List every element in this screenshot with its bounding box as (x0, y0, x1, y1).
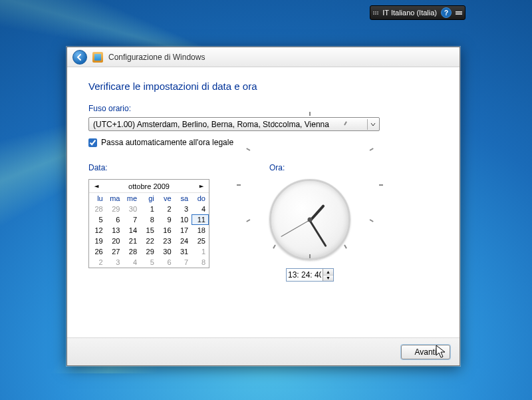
cal-day[interactable]: 28 (89, 204, 106, 214)
cal-day[interactable]: 6 (158, 257, 175, 268)
cal-dow-header: me (123, 193, 140, 204)
cal-day[interactable]: 29 (140, 246, 158, 257)
cal-day[interactable]: 21 (123, 236, 140, 246)
window-title: Configurazione di Windows (108, 53, 205, 62)
cal-day[interactable]: 4 (192, 204, 209, 214)
spinner-down-icon[interactable]: ▼ (323, 276, 333, 282)
cal-day[interactable]: 8 (192, 257, 209, 268)
cal-day[interactable]: 1 (192, 246, 209, 257)
cal-dow-header: sa (175, 193, 192, 204)
cal-day[interactable]: 7 (175, 257, 192, 268)
oobe-icon (92, 52, 103, 63)
cal-day[interactable]: 20 (106, 236, 124, 246)
cal-dow-header: lu (89, 193, 106, 204)
time-input-group[interactable]: ▲ ▼ (286, 268, 334, 282)
cal-day[interactable]: 30 (123, 204, 140, 214)
cal-day[interactable]: 12 (89, 225, 106, 236)
cal-day[interactable]: 22 (140, 236, 158, 246)
minute-hand (309, 220, 327, 248)
dst-label: Passa automaticamente all'ora legale (101, 138, 233, 147)
spinner-up-icon[interactable]: ▲ (323, 269, 333, 276)
analog-clock (269, 179, 350, 260)
cal-day[interactable]: 2 (158, 204, 175, 214)
cal-day[interactable]: 1 (140, 204, 158, 214)
date-label: Data: (88, 163, 209, 172)
calendar-grid: lumamegivesado 2829301234567891011121314… (89, 193, 209, 268)
cal-dow-header: do (192, 193, 209, 204)
time-spinner[interactable]: ▲ ▼ (323, 269, 333, 281)
cal-day[interactable]: 15 (140, 225, 158, 236)
cal-day[interactable]: 6 (106, 214, 124, 225)
language-bar[interactable]: IT Italiano (Italia) ? (370, 5, 466, 20)
cal-day[interactable]: 31 (175, 246, 192, 257)
cal-day[interactable]: 16 (158, 225, 175, 236)
cal-day[interactable]: 8 (140, 214, 158, 225)
cal-month-year[interactable]: ottobre 2009 (128, 182, 170, 190)
dst-checkbox[interactable] (88, 138, 97, 147)
cal-day[interactable]: 9 (158, 214, 175, 225)
cal-day[interactable]: 29 (106, 204, 124, 214)
help-icon[interactable]: ? (441, 7, 452, 18)
cal-dow-header: gi (140, 193, 158, 204)
clock-pin (308, 218, 313, 222)
back-arrow-icon (76, 53, 84, 61)
cal-day[interactable]: 2 (89, 257, 106, 268)
back-button[interactable] (72, 50, 87, 65)
cal-day[interactable]: 11 (192, 214, 209, 225)
page-heading: Verificare le impostazioni di data e ora (88, 81, 438, 92)
cal-day[interactable]: 27 (106, 246, 124, 257)
next-button[interactable]: Avanti (401, 345, 450, 359)
cal-day[interactable]: 13 (106, 225, 124, 236)
dst-checkbox-row[interactable]: Passa automaticamente all'ora legale (88, 138, 438, 147)
cal-day[interactable]: 24 (175, 236, 192, 246)
cal-dow-header: ma (106, 193, 124, 204)
time-label: Ora: (269, 163, 350, 172)
cal-dow-header: ve (158, 193, 175, 204)
minimize-icon[interactable] (456, 11, 462, 15)
cal-day[interactable]: 19 (89, 236, 106, 246)
cal-day[interactable]: 23 (158, 236, 175, 246)
timezone-select[interactable]: (UTC+1.00) Amsterdam, Berlino, Berna, Ro… (88, 117, 380, 131)
cal-day[interactable]: 18 (192, 225, 209, 236)
chevron-down-icon (367, 119, 378, 130)
cal-prev-button[interactable]: ◄ (92, 182, 100, 190)
cal-day[interactable]: 28 (123, 246, 140, 257)
cal-day[interactable]: 5 (89, 214, 106, 225)
cal-day[interactable]: 3 (106, 257, 124, 268)
timezone-selected: (UTC+1.00) Amsterdam, Berlino, Berna, Ro… (93, 120, 329, 129)
grip-icon (373, 11, 378, 15)
cal-day[interactable]: 25 (192, 236, 209, 246)
cal-day[interactable]: 3 (175, 204, 192, 214)
cal-day[interactable]: 17 (175, 225, 192, 236)
cal-day[interactable]: 5 (140, 257, 158, 268)
cal-day[interactable]: 10 (175, 214, 192, 225)
cal-day[interactable]: 4 (123, 257, 140, 268)
window-header: Configurazione di Windows (67, 47, 460, 67)
second-hand (281, 220, 310, 237)
window-footer: Avanti (67, 337, 460, 365)
language-label[interactable]: IT Italiano (Italia) (382, 9, 437, 17)
cal-day[interactable]: 7 (123, 214, 140, 225)
cal-day[interactable]: 14 (123, 225, 140, 236)
setup-window: Configurazione di Windows Verificare le … (66, 47, 460, 366)
cal-next-button[interactable]: ► (198, 182, 205, 190)
cal-day[interactable]: 30 (158, 246, 175, 257)
calendar: ◄ ottobre 2009 ► lumamegivesado 28293012… (88, 179, 209, 268)
timezone-label: Fuso orario: (88, 104, 438, 113)
cal-day[interactable]: 26 (89, 246, 106, 257)
time-input[interactable] (287, 269, 323, 281)
